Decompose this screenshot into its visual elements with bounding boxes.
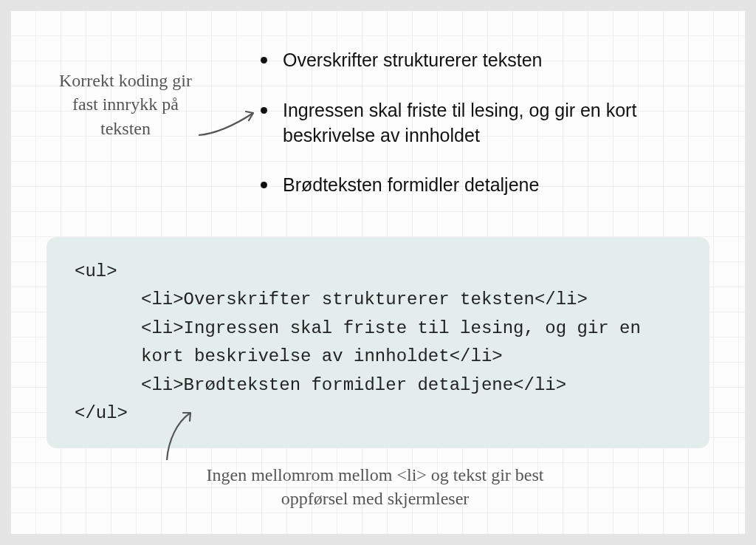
code-content: <ul> <li>Overskrifter strukturerer tekst… — [75, 258, 681, 428]
code-block: <ul> <li>Overskrifter strukturerer tekst… — [47, 237, 709, 448]
grid-canvas: Korrekt koding gir fast innrykk på tekst… — [11, 11, 745, 534]
list-item: Ingressen skal friste til lesing, og gir… — [255, 98, 705, 148]
annotation-top: Korrekt koding gir fast innrykk på tekst… — [48, 69, 203, 140]
rendered-list: Overskrifter strukturerer teksten Ingres… — [255, 48, 705, 223]
arrow-top-icon — [196, 106, 262, 143]
list-item: Overskrifter strukturerer teksten — [255, 48, 705, 73]
annotation-bottom: Ingen mellomrom mellom <li> og tekst gir… — [172, 463, 578, 511]
list-item: Brødteksten formidler detaljene — [255, 173, 705, 198]
